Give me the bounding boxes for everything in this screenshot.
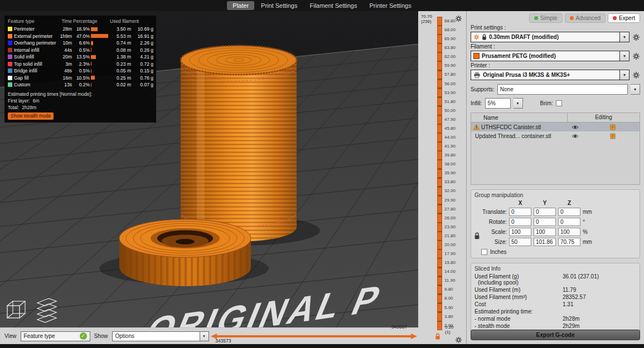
printer-gear-icon[interactable] xyxy=(632,71,640,79)
sliced-info-row: Cost 1.31 xyxy=(474,301,636,307)
object-list-row[interactable]: UTHSFCDC Canister.stl xyxy=(471,122,640,131)
tab[interactable]: Printer Settings xyxy=(364,1,417,10)
filament-arrow[interactable]: ▼ xyxy=(620,51,630,61)
slider-settings-gear-icon[interactable] xyxy=(455,15,462,22)
bottom-toolbar: View Feature type ✓ Show Options ▼ 34366… xyxy=(0,327,418,344)
filament-combo[interactable]: Prusament PETG (modified) xyxy=(471,51,620,61)
feature-color-swatch xyxy=(8,27,12,31)
prusaslicer-window: PlaterPrint SettingsFilament SettingsPri… xyxy=(0,0,644,348)
z-input[interactable]: 0 xyxy=(558,218,580,226)
y-input[interactable]: 101.86 xyxy=(534,238,556,246)
layer-tick: 41.90 xyxy=(444,142,456,151)
move-slider-high-value: 343667 xyxy=(391,324,407,330)
legend-row: Top solid infill 3m 2.3% 0.23 m 0.72 g xyxy=(8,61,153,68)
view-mode-select[interactable]: Feature type ✓ xyxy=(21,331,90,341)
layer-slider-area: 70.70 (236) 68.8068.0065.9063.8062.0059.… xyxy=(418,11,466,344)
show-options-select[interactable]: Options xyxy=(112,331,200,341)
status-bar xyxy=(0,344,644,348)
supports-select[interactable]: None xyxy=(497,84,628,95)
x-input[interactable]: 50 xyxy=(509,238,531,246)
x-input[interactable]: 0 xyxy=(509,218,531,226)
slider-gear-icon[interactable] xyxy=(455,336,462,344)
object-list-row[interactable]: Updated Thread... container.stl xyxy=(471,131,640,140)
layer-tick: 32.00 xyxy=(444,187,456,195)
editing-cell xyxy=(567,133,640,139)
sliced-info-panel: Sliced Info Used Filament (g) (including… xyxy=(471,263,640,332)
tab[interactable]: Filament Settings xyxy=(304,1,362,10)
mode-dot-icon xyxy=(570,16,574,20)
layer-tick: 9.80 xyxy=(444,285,456,294)
layer-tick: 65.90 xyxy=(444,35,456,43)
legend-toggle-icon[interactable]: ✓ xyxy=(80,332,87,340)
y-input[interactable]: 0 xyxy=(534,218,556,226)
layer-tick: 15.80 xyxy=(444,258,456,267)
layer-tick: 62.00 xyxy=(444,52,456,61)
move-slider[interactable]: 343667 343573 xyxy=(211,328,417,345)
move-slider-track[interactable] xyxy=(216,335,411,337)
print-settings-combo[interactable]: 0.30mm DRAFT (modified) xyxy=(471,32,620,42)
z-input[interactable]: 70.75 xyxy=(558,238,580,246)
layer-tick: 44.00 xyxy=(444,133,456,142)
lock-icon xyxy=(482,34,487,41)
inches-checkbox[interactable] xyxy=(481,249,487,255)
mode-button[interactable]: Advanced xyxy=(565,13,606,23)
y-input[interactable]: 0 xyxy=(534,208,556,216)
canister-model[interactable] xyxy=(181,46,297,242)
print-settings-arrow[interactable]: ▼ xyxy=(620,32,630,42)
layer-tick: 11.90 xyxy=(444,276,456,285)
z-input[interactable]: 100 xyxy=(558,228,580,236)
tab[interactable]: Print Settings xyxy=(255,1,303,10)
feature-color-swatch xyxy=(8,48,12,52)
printer-combo[interactable]: Original Prusa i3 MK3S & MK3S+ xyxy=(471,70,620,80)
infill-arrow[interactable]: ▼ xyxy=(514,98,523,109)
feature-color-swatch xyxy=(8,82,12,87)
x-input[interactable]: 0 xyxy=(509,208,531,216)
layer-tick: 5.90 xyxy=(444,303,456,312)
legend-header: Feature type Time Percentage Used filame… xyxy=(8,18,153,24)
infill-select[interactable]: 5% xyxy=(485,98,511,109)
feature-color-swatch xyxy=(8,68,12,73)
uniform-scale-lock-icon[interactable] xyxy=(474,232,480,240)
legend-row: Overhang perimeter 10m 6.6% 0.74 m 2.26 … xyxy=(8,40,153,47)
layer-range-slider[interactable] xyxy=(437,17,442,330)
infill-row: Infill: 5% ▼ Brim: xyxy=(471,98,640,109)
editing-icon[interactable] xyxy=(610,133,616,139)
percentage-bar xyxy=(91,27,98,31)
z-input[interactable]: 0 xyxy=(558,208,580,216)
slider-lock-icon[interactable] xyxy=(435,333,440,340)
tab[interactable]: Plater xyxy=(227,1,254,10)
x-input[interactable]: 100 xyxy=(509,228,531,236)
lid-model[interactable] xyxy=(119,219,251,286)
layer-tick: 8.00 xyxy=(444,294,456,303)
printer-arrow[interactable]: ▼ xyxy=(620,70,630,80)
show-options-arrow[interactable]: ▼ xyxy=(200,331,209,341)
filament-color-swatch xyxy=(473,53,480,59)
legend-rows: Perimeter 28m 18.9% 3.50 m 10.69 g Exter… xyxy=(8,26,153,89)
view-cube-icon[interactable] xyxy=(3,297,29,324)
export-gcode-button[interactable]: Export G-code xyxy=(471,330,640,340)
editing-icon[interactable] xyxy=(610,124,616,130)
layer-tick: 17.90 xyxy=(444,249,456,258)
object-list-header: Name Editing xyxy=(471,113,640,122)
percentage-bar xyxy=(91,76,95,80)
move-slider-right-cap[interactable] xyxy=(411,334,417,339)
supports-row: Supports: None ▼ xyxy=(471,84,640,95)
percentage-bar xyxy=(91,62,91,66)
eye-icon[interactable] xyxy=(572,125,579,130)
layer-tick: 21.80 xyxy=(444,232,456,241)
layer-tick: 39.80 xyxy=(444,151,456,160)
mode-button[interactable]: Expert xyxy=(608,13,640,23)
filament-label: Filament : xyxy=(471,43,640,50)
show-stealth-mode-button[interactable]: Show stealth mode xyxy=(8,112,54,120)
eye-icon[interactable] xyxy=(572,134,579,139)
filament-gear-icon[interactable] xyxy=(632,52,640,60)
brim-checkbox[interactable] xyxy=(556,100,562,106)
supports-arrow[interactable]: ▼ xyxy=(631,84,640,95)
viewport-3d[interactable]: ORIGINAL P xyxy=(0,11,418,327)
print-settings-gear-icon[interactable] xyxy=(632,33,640,41)
filament-row: Prusament PETG (modified) ▼ xyxy=(471,51,640,61)
percentage-bar xyxy=(91,48,91,52)
mode-button[interactable]: Simple xyxy=(529,13,563,23)
y-input[interactable]: 100 xyxy=(534,228,556,236)
layers-view-icon[interactable] xyxy=(33,295,61,324)
